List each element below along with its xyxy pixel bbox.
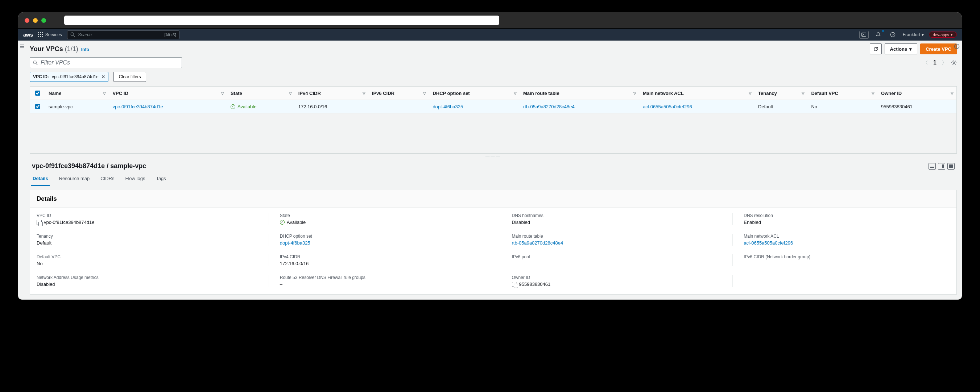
services-menu[interactable]: Services	[38, 32, 62, 37]
account-role-badge[interactable]: dev-apps ▾	[929, 32, 957, 38]
chip-key: VPC ID:	[33, 74, 49, 79]
sort-icon: ▽	[423, 91, 426, 95]
help-panel-icon[interactable]	[954, 43, 960, 49]
page-next-button[interactable]: 〉	[942, 59, 947, 67]
traffic-light-close[interactable]	[25, 18, 29, 23]
region-selector[interactable]: Frankfurt ▾	[903, 32, 924, 37]
sort-icon: ▽	[749, 91, 752, 95]
services-label: Services	[45, 32, 62, 37]
svg-point-11	[33, 61, 36, 64]
cell-dhcp-link[interactable]: dopt-4f6ba325	[433, 104, 463, 110]
svg-point-13	[953, 62, 955, 63]
copy-icon[interactable]	[37, 220, 42, 225]
table-row[interactable]: sample-vpc vpc-0f91fce394b874d1e ✓Availa…	[30, 100, 956, 113]
caret-down-icon: ▾	[922, 32, 924, 37]
col-name[interactable]: Name▽	[45, 87, 109, 100]
col-ipv6[interactable]: IPv6 CIDR▽	[368, 87, 429, 100]
cell-acl-link[interactable]: acl-0655a505a0cfef296	[643, 104, 692, 110]
col-state[interactable]: State▽	[227, 87, 295, 100]
side-panel-toggle[interactable]	[18, 41, 26, 49]
tab-details[interactable]: Details	[31, 172, 50, 186]
tab-flow-logs[interactable]: Flow logs	[124, 172, 146, 186]
detail-tabs: Details Resource map CIDRs Flow logs Tag…	[30, 172, 957, 186]
view-full-icon[interactable]	[947, 163, 955, 170]
page-title: Your VPCs (1/1)	[30, 45, 78, 53]
k-dhcp: DHCP option set	[280, 234, 486, 239]
svg-rect-2	[862, 33, 866, 36]
v-vpc-id: vpc-0f91fce394b874d1e	[44, 219, 95, 225]
cloudshell-icon[interactable]	[859, 31, 869, 39]
caret-down-icon: ▾	[909, 46, 912, 52]
traffic-light-minimize[interactable]	[33, 18, 38, 23]
v-naum: Disabled	[37, 281, 254, 287]
col-default[interactable]: Default VPC▽	[807, 87, 877, 100]
cell-name: sample-vpc	[45, 100, 109, 113]
v-dhcp-link[interactable]: dopt-4f6ba325	[280, 240, 310, 246]
k-acl: Main network ACL	[744, 234, 950, 239]
check-circle-icon: ✓	[231, 104, 235, 109]
copy-icon[interactable]	[512, 282, 517, 287]
col-dhcp[interactable]: DHCP option set▽	[429, 87, 520, 100]
split-handle[interactable]: ═══	[30, 154, 957, 159]
clear-filters-button[interactable]: Clear filters	[113, 72, 146, 82]
tab-tags[interactable]: Tags	[154, 172, 167, 186]
details-panel-title: Details	[30, 190, 956, 208]
refresh-icon	[873, 46, 878, 52]
tab-resource-map[interactable]: Resource map	[58, 172, 91, 186]
tab-cidrs[interactable]: CIDRs	[99, 172, 116, 186]
k-naum: Network Address Usage metrics	[37, 275, 254, 280]
info-link[interactable]: Info	[81, 47, 89, 52]
notifications-icon[interactable]	[874, 31, 883, 39]
table-settings-button[interactable]	[951, 60, 957, 65]
filter-input[interactable]: Filter VPCs	[30, 57, 182, 68]
cell-rtb-link[interactable]: rtb-05a9a8270d28c48e4	[523, 104, 575, 110]
refresh-button[interactable]	[870, 43, 882, 54]
mac-titlebar	[18, 12, 962, 28]
svg-line-12	[36, 63, 38, 65]
col-owner[interactable]: Owner ID▽	[877, 87, 956, 100]
actions-label: Actions	[890, 46, 907, 52]
detail-header: vpc-0f91fce394b874d1e / sample-vpc	[30, 159, 957, 172]
v-ipv6c: –	[744, 261, 950, 266]
cell-tenancy: Default	[754, 100, 807, 113]
col-tenancy[interactable]: Tenancy▽	[754, 87, 807, 100]
view-side-icon[interactable]	[938, 163, 945, 170]
vpc-table: Name▽ VPC ID▽ State▽ IPv4 CIDR▽ IPv6 CID…	[30, 86, 957, 154]
sort-icon: ▽	[802, 91, 805, 95]
pagination: 〈 1 〉	[922, 59, 947, 67]
help-icon[interactable]: ?	[888, 31, 898, 39]
select-all-checkbox[interactable]	[35, 90, 40, 96]
k-owner: Owner ID	[512, 275, 718, 280]
v-owner: 955983830461	[519, 281, 551, 287]
svg-rect-14	[930, 167, 934, 168]
create-vpc-button[interactable]: Create VPC	[920, 43, 957, 54]
cell-ipv6: –	[368, 100, 429, 113]
cell-default: No	[807, 100, 877, 113]
v-acl-link[interactable]: acl-0655a505a0cfef296	[744, 240, 793, 246]
global-search[interactable]: Search [Alt+S]	[67, 30, 180, 39]
aws-top-nav: aws Services Search [Alt+S] ?	[18, 28, 962, 41]
svg-line-1	[73, 35, 75, 37]
k-ipv4: IPv4 CIDR	[280, 254, 486, 259]
browser-url-bar[interactable]	[64, 16, 499, 25]
col-vpc-id[interactable]: VPC ID▽	[109, 87, 227, 100]
cell-vpc-id-link[interactable]: vpc-0f91fce394b874d1e	[112, 104, 163, 110]
k-tenancy: Tenancy	[37, 234, 254, 239]
v-rtb-link[interactable]: rtb-05a9a8270d28c48e4	[512, 240, 563, 246]
chip-remove-button[interactable]: ✕	[102, 74, 105, 79]
traffic-light-zoom[interactable]	[41, 18, 46, 23]
svg-rect-15	[942, 165, 944, 168]
sort-icon: ▽	[289, 91, 292, 95]
page-prev-button[interactable]: 〈	[922, 59, 928, 67]
col-acl[interactable]: Main network ACL▽	[639, 87, 754, 100]
svg-point-0	[71, 33, 73, 35]
col-rtb[interactable]: Main route table▽	[520, 87, 639, 100]
view-bottom-icon[interactable]	[929, 163, 936, 170]
col-ipv4[interactable]: IPv4 CIDR▽	[295, 87, 368, 100]
row-checkbox[interactable]	[35, 104, 40, 109]
actions-button[interactable]: Actions ▾	[885, 43, 918, 54]
aws-logo[interactable]: aws	[23, 32, 33, 38]
k-ipv6c: IPv6 CIDR (Network border group)	[744, 254, 950, 259]
sort-icon: ▽	[951, 91, 953, 95]
v-ipv4: 172.16.0.0/16	[280, 261, 486, 266]
